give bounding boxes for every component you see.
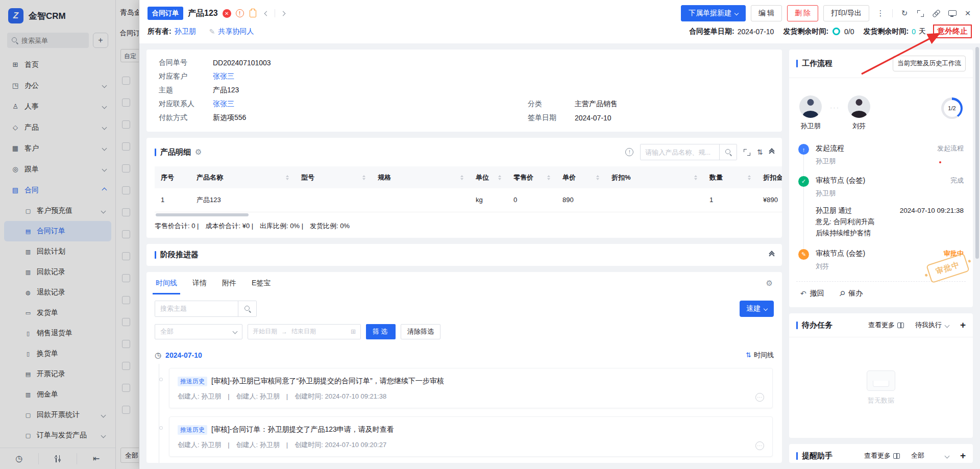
sort-icon[interactable] bbox=[748, 174, 751, 182]
withdraw-button[interactable]: ↶撤回 bbox=[800, 289, 824, 298]
product-name-link[interactable]: 产品123 bbox=[190, 188, 295, 212]
tab-timeline[interactable]: 时间线 bbox=[156, 272, 177, 294]
print-export-button[interactable]: 打印/导出 bbox=[823, 5, 869, 21]
timeline-card[interactable]: 推送历史[审核]-合同订单：孙卫朋提交了产品123申请，请及时查看 创建人: 孙… bbox=[169, 416, 773, 457]
edit-button[interactable]: 编辑 bbox=[751, 5, 782, 21]
clear-filter-button[interactable]: 清除筛选 bbox=[401, 324, 440, 339]
date-range-picker[interactable]: 开始日期 → 结束日期 ⊞ bbox=[248, 324, 361, 339]
column-header[interactable]: 数量 bbox=[703, 166, 757, 188]
add-reminder-button[interactable]: + bbox=[960, 450, 966, 461]
type-filter-select[interactable]: 全部 bbox=[155, 324, 242, 339]
avatar[interactable] bbox=[848, 95, 870, 118]
close-icon[interactable]: × bbox=[964, 9, 972, 17]
divider bbox=[892, 9, 893, 17]
contact-link[interactable]: 张张三 bbox=[213, 100, 234, 109]
row-height-icon[interactable]: ⇅ bbox=[757, 148, 763, 156]
collapse-section-icon[interactable] bbox=[770, 149, 774, 155]
view-more-link[interactable]: 查看更多 bbox=[868, 320, 904, 330]
app-root: Z 金智CRM + ⊞首页 ◳办公 ♙人事 ◇产品 ▦客户 ◎跟单 ▤合同 ▢客… bbox=[0, 0, 980, 469]
view-more-link[interactable]: 查看更多 bbox=[864, 451, 900, 460]
prev-record-icon[interactable] bbox=[264, 11, 269, 16]
search-button[interactable] bbox=[719, 144, 737, 160]
search-button[interactable] bbox=[238, 301, 256, 316]
header-icon-group: ⋮ ↻ × bbox=[876, 9, 972, 17]
drawer-body: 合同单号DD202407101003 对应客户张张三 主题产品123 对应联系人… bbox=[139, 43, 980, 469]
column-header[interactable]: 序号 bbox=[155, 166, 190, 188]
monitor-icon[interactable] bbox=[948, 9, 956, 17]
urge-button[interactable]: ⚲催办 bbox=[840, 289, 863, 298]
more-icon[interactable]: ⋮ bbox=[876, 9, 885, 17]
gear-icon[interactable]: ⚙ bbox=[195, 147, 202, 157]
sort-icon[interactable] bbox=[547, 174, 550, 182]
vertical-scrollbar[interactable] bbox=[975, 46, 979, 465]
empty-inbox-icon bbox=[867, 371, 895, 391]
column-header[interactable]: 零售价 bbox=[507, 166, 556, 188]
owner-link[interactable]: 孙卫朋 bbox=[175, 27, 196, 36]
tab-esign[interactable]: E签宝 bbox=[252, 272, 271, 294]
timeline-card[interactable]: 推送历史[审核]-孙卫朋已审核同意了“孙卫朋提交的合同订单”，请您继续下一步审核… bbox=[169, 368, 773, 408]
horizontal-scrollbar[interactable] bbox=[155, 213, 774, 217]
comment-icon[interactable]: ··· bbox=[755, 441, 764, 450]
pencil-icon[interactable]: ✎ bbox=[209, 28, 215, 36]
sort-icon[interactable] bbox=[596, 174, 599, 182]
todo-filter-select[interactable]: 待我执行 bbox=[915, 320, 949, 330]
drawer-header: 合同订单 产品123 ✕ ! 下属单据新建 编辑 删除 打印/导出 ⋮ bbox=[139, 0, 980, 43]
column-header[interactable]: 产品名称 bbox=[190, 166, 295, 188]
comment-icon[interactable]: ··· bbox=[755, 393, 764, 402]
column-header[interactable]: 规格 bbox=[372, 166, 470, 188]
sort-icon[interactable] bbox=[362, 174, 365, 182]
quick-create-button[interactable]: 速建 bbox=[740, 301, 774, 317]
tab-attachments[interactable]: 附件 bbox=[222, 272, 236, 294]
next-record-icon[interactable] bbox=[280, 11, 285, 16]
sort-icon[interactable] bbox=[498, 174, 501, 182]
refresh-icon[interactable]: ↻ bbox=[900, 9, 909, 17]
collapse-section-icon[interactable] bbox=[770, 252, 774, 258]
expand-table-icon[interactable] bbox=[744, 149, 750, 156]
product-search-input[interactable] bbox=[641, 144, 719, 160]
tab-details[interactable]: 详情 bbox=[192, 272, 207, 294]
reminder-filter-select[interactable]: 全部 bbox=[911, 451, 949, 460]
approval-progress-ring: 1/2 bbox=[941, 97, 963, 119]
sort-icon[interactable] bbox=[460, 174, 463, 182]
section-bar bbox=[796, 452, 798, 460]
share-collaborator-link[interactable]: 共享协同人 bbox=[218, 27, 254, 36]
step-status: 发起流程 bbox=[937, 144, 964, 153]
product-search bbox=[640, 144, 737, 160]
copy-clipboard-icon[interactable] bbox=[250, 10, 256, 17]
add-task-button[interactable]: + bbox=[960, 319, 966, 331]
sort-icon[interactable] bbox=[286, 174, 289, 182]
timeline-sort-control[interactable]: ⇅时间线 bbox=[746, 351, 774, 360]
table-row[interactable]: 1 产品123 kg 0 890 1 ¥890 bbox=[155, 188, 782, 212]
help-icon[interactable]: ! bbox=[625, 148, 633, 156]
filter-button[interactable]: 筛选 bbox=[366, 324, 396, 339]
todo-empty-state: 暂无数据 bbox=[789, 337, 973, 438]
approval-detail: 孙卫朋 通过2024-07-10 09:21:38 意见: 合同利润升高 后续持… bbox=[816, 205, 964, 239]
fullscreen-icon[interactable] bbox=[916, 9, 924, 17]
scrollbar-thumb[interactable] bbox=[975, 47, 979, 259]
workflow-history-button[interactable]: 当前完整及历史工作流 bbox=[893, 56, 966, 71]
column-header[interactable]: 型号 bbox=[295, 166, 372, 188]
create-subordinate-button[interactable]: 下属单据新建 bbox=[681, 5, 746, 21]
column-header[interactable]: 单价 bbox=[556, 166, 605, 188]
gear-icon[interactable]: ⚙ bbox=[766, 279, 773, 288]
ship-ratio-value: 0/0 bbox=[844, 28, 854, 36]
field-label: 对应联系人 bbox=[159, 100, 213, 109]
customer-link[interactable]: 张张三 bbox=[213, 72, 234, 81]
column-header[interactable]: 单位 bbox=[470, 166, 507, 188]
section-title: 待办任务 bbox=[802, 320, 832, 330]
delete-button[interactable]: 删除 bbox=[787, 5, 818, 21]
step-title: 审核节点 (会签) bbox=[816, 176, 865, 185]
field-label: 分类 bbox=[528, 100, 575, 109]
avatar[interactable] bbox=[799, 95, 822, 118]
topic-search bbox=[155, 301, 257, 317]
topic-search-input[interactable] bbox=[155, 301, 238, 316]
drawer-mask[interactable] bbox=[0, 0, 139, 469]
column-header[interactable]: 折扣% bbox=[605, 166, 703, 188]
monitor-glyph bbox=[948, 10, 955, 17]
push-history-tag: 推送历史 bbox=[178, 377, 207, 386]
scrollbar-thumb[interactable] bbox=[156, 213, 249, 216]
sort-icon[interactable] bbox=[694, 174, 697, 182]
approver-name: 孙卫朋 bbox=[801, 121, 821, 131]
link-icon[interactable] bbox=[932, 9, 940, 17]
column-header[interactable]: 折扣金 bbox=[757, 166, 782, 188]
